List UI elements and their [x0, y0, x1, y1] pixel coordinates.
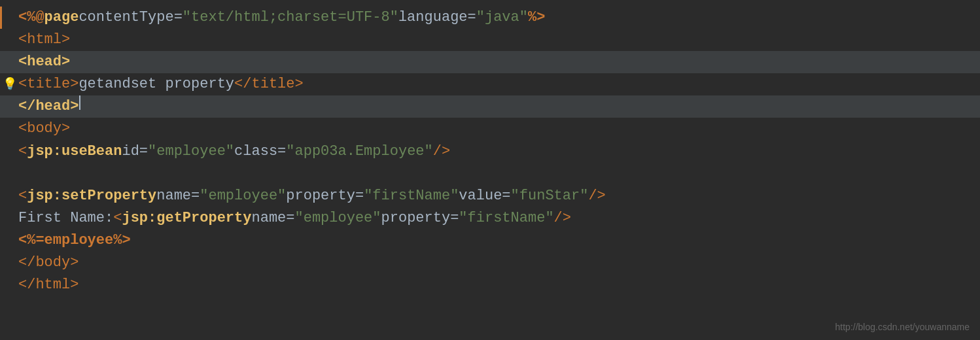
line-content: <head> — [18, 51, 973, 73]
code-line: <body> — [0, 118, 980, 140]
token: < — [113, 207, 122, 230]
token: id= — [122, 141, 148, 163]
token: <body> — [18, 118, 70, 140]
line-content: </body> — [18, 252, 973, 274]
token: %> — [528, 7, 545, 29]
code-line: <head> — [0, 51, 980, 73]
token: <%=employee%> — [18, 230, 131, 252]
line-content: <title>get and set property</title> — [18, 73, 973, 95]
token: contentType= — [79, 7, 182, 29]
token: jsp:getProperty — [122, 207, 251, 230]
token: "funStar" — [511, 185, 589, 207]
line-content: </html> — [18, 274, 973, 296]
line-content: <jsp:setProperty name="employee" propert… — [18, 185, 973, 207]
token: /> — [433, 141, 450, 163]
code-line: <jsp:useBean id="employee" class="app03a… — [0, 141, 980, 163]
token: name= — [156, 185, 200, 207]
line-content: <jsp:useBean id="employee" class="app03a… — [18, 141, 973, 163]
code-line: </html> — [0, 274, 980, 296]
token: < — [18, 141, 27, 163]
token: language= — [398, 7, 476, 29]
token: property= — [286, 185, 364, 207]
token: "employee" — [148, 141, 234, 163]
token: value= — [459, 185, 510, 207]
token: <html> — [18, 29, 70, 51]
token: </head> — [18, 95, 79, 118]
code-line: </body> — [0, 252, 980, 274]
token: "employee" — [200, 185, 286, 207]
token: /> — [588, 185, 605, 207]
code-line: 💡 <title>get and set property</title> — [0, 73, 980, 95]
token: "firstName" — [364, 185, 459, 207]
line-content: <html> — [18, 29, 973, 51]
token: </title> — [234, 73, 304, 95]
watermark: http://blog.csdn.net/youwanname — [835, 320, 970, 335]
line-content: <%@ page contentType="text/html;charset=… — [18, 7, 973, 29]
token: class= — [234, 141, 286, 163]
line-content: <%=employee%> — [18, 230, 973, 252]
code-line: <html> — [0, 29, 980, 51]
token: First Name: — [18, 207, 113, 230]
gutter-area: 💡 — [4, 76, 16, 94]
code-line: First Name:<jsp:getProperty name="employ… — [0, 207, 980, 230]
token: name= — [251, 207, 294, 230]
token: <head> — [18, 51, 70, 73]
code-line: <%@ page contentType="text/html;charset=… — [0, 7, 980, 29]
token: /> — [554, 207, 571, 230]
code-line: <jsp:setProperty name="employee" propert… — [0, 185, 980, 207]
token: "java" — [476, 7, 528, 29]
token: </html> — [18, 274, 79, 296]
line-content: First Name:<jsp:getProperty name="employ… — [18, 207, 973, 230]
token: <%@ — [18, 7, 44, 29]
code-line: </head> — [0, 95, 980, 118]
code-editor: <%@ page contentType="text/html;charset=… — [0, 0, 980, 303]
code-line: <%=employee%> — [0, 230, 980, 252]
code-line — [0, 163, 980, 185]
token: jsp:setProperty — [27, 185, 156, 207]
token: <title> — [18, 73, 79, 95]
bulb-icon: 💡 — [3, 76, 17, 94]
token: </body> — [18, 252, 79, 274]
token: "firstName" — [459, 207, 553, 230]
token: and — [105, 73, 131, 95]
token: jsp:useBean — [27, 141, 122, 163]
token: property= — [381, 207, 459, 230]
text-cursor — [79, 95, 80, 110]
token: "employee" — [295, 207, 381, 230]
token: < — [18, 185, 27, 207]
token: page — [44, 7, 79, 29]
line-content: <body> — [18, 118, 973, 140]
token: "app03a.Employee" — [286, 141, 432, 163]
line-content: </head> — [18, 95, 973, 118]
token: "text/html;charset=UTF-8" — [183, 7, 398, 29]
token: get — [79, 73, 105, 95]
token: set property — [131, 73, 234, 95]
